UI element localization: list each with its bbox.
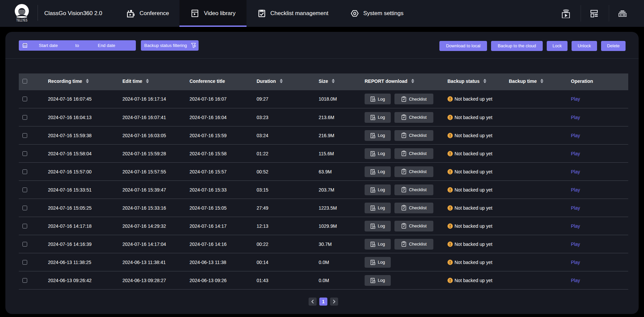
svg-text:TELLYES: TELLYES	[16, 18, 28, 22]
